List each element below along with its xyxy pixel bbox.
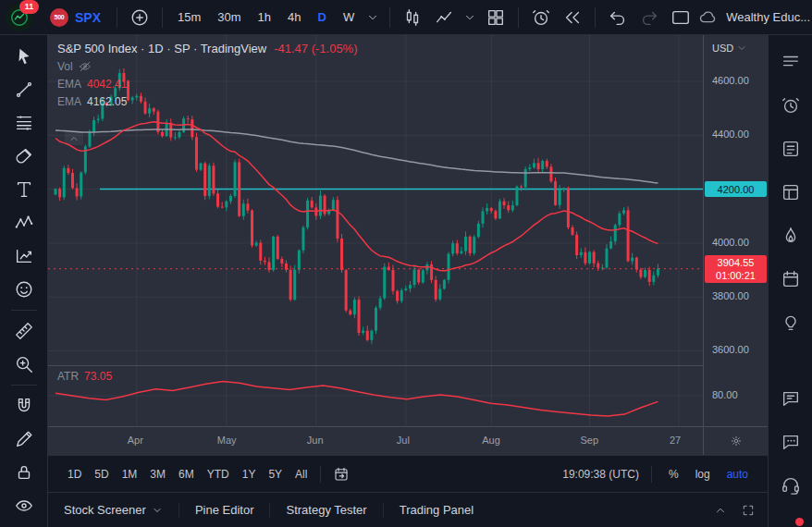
support-button[interactable]: [773, 472, 808, 499]
calendar-button[interactable]: [773, 265, 808, 293]
range-1m-button[interactable]: 1M: [116, 464, 144, 484]
fib-retracement-tool-button[interactable]: [6, 107, 42, 139]
lock-icon: [14, 462, 34, 483]
calendar-goto-icon: [333, 466, 350, 483]
public-chat-button[interactable]: [773, 385, 808, 412]
range-ytd-button[interactable]: YTD: [201, 464, 236, 484]
atr-value: 73.05: [84, 370, 112, 383]
toolbar-separator: [117, 7, 117, 28]
sp500-logo: 500: [50, 8, 68, 27]
tab-stock-screener[interactable]: Stock Screener: [48, 493, 178, 527]
home-menu-button[interactable]: 11: [6, 4, 33, 31]
timeframe-menu-button[interactable]: [364, 5, 381, 31]
range-toolbar-right: 19:09:38 (UTC) % log auto: [562, 464, 755, 484]
chat-dots-icon: [781, 432, 801, 452]
hide-drawings-button[interactable]: [6, 490, 42, 521]
data-window-icon: [781, 182, 801, 202]
ideas-button[interactable]: [773, 309, 808, 337]
zoom-in-tool-button[interactable]: [6, 349, 42, 380]
chevron-up-icon[interactable]: [714, 504, 727, 517]
trend-line-icon: [14, 80, 34, 100]
measure-tool-button[interactable]: [6, 315, 42, 347]
pane-collapse-button[interactable]: [65, 131, 83, 145]
timeframe-1w-button[interactable]: W: [337, 6, 361, 28]
currency-selector[interactable]: USD: [712, 43, 747, 54]
timeframe-4h-button[interactable]: 4h: [281, 6, 307, 28]
symbol-search-button[interactable]: 500 SPX: [43, 6, 108, 29]
percent-scale-button[interactable]: %: [662, 464, 685, 484]
last-price-badge[interactable]: 3904.55 01:00:21: [705, 255, 767, 283]
create-alert-button[interactable]: [527, 5, 555, 31]
lightbulb-icon: [781, 313, 801, 333]
rail-divider: [11, 385, 37, 386]
ema-fast-value: 4042.41: [87, 78, 127, 91]
range-6m-button[interactable]: 6M: [172, 464, 201, 484]
range-5y-button[interactable]: 5Y: [262, 464, 289, 484]
magnet-mode-button[interactable]: [6, 390, 42, 422]
trend-line-tool-button[interactable]: [6, 74, 42, 105]
news-button[interactable]: [773, 135, 808, 163]
timeframe-1h-button[interactable]: 1h: [252, 6, 277, 28]
tab-trading-panel[interactable]: Trading Panel: [384, 493, 489, 527]
cursor-tool-button[interactable]: [6, 41, 42, 72]
range-all-button[interactable]: All: [289, 464, 314, 484]
gear-icon[interactable]: [730, 435, 743, 447]
bar-replay-button[interactable]: [559, 5, 586, 31]
undo-button[interactable]: [604, 5, 632, 31]
range-3m-button[interactable]: 3M: [143, 464, 172, 484]
drawing-mode-button[interactable]: [6, 423, 42, 455]
text-tool-button[interactable]: [6, 174, 42, 205]
range-1d-button[interactable]: 1D: [61, 464, 88, 484]
alerts-button[interactable]: [773, 92, 808, 119]
smiley-icon: [14, 279, 34, 300]
cloud-icon: [698, 7, 719, 28]
auto-scale-button[interactable]: auto: [720, 464, 755, 484]
range-1y-button[interactable]: 1Y: [236, 464, 263, 484]
data-window-button[interactable]: [773, 178, 808, 206]
tab-label: Strategy Tester: [286, 503, 366, 517]
emoji-tool-button[interactable]: [6, 274, 42, 305]
chevron-down-icon: [736, 43, 747, 54]
save-layout-button[interactable]: [667, 5, 695, 31]
lock-drawings-button[interactable]: [6, 457, 42, 488]
hotlists-button[interactable]: [773, 222, 808, 250]
watchlist-button[interactable]: [773, 48, 808, 76]
go-to-date-button[interactable]: [327, 461, 355, 487]
price-tick-label: 4600.00: [712, 75, 749, 86]
compare-add-symbol-button[interactable]: [126, 5, 154, 31]
indicator-templates-button[interactable]: [461, 5, 478, 31]
redo-button[interactable]: [635, 5, 663, 31]
account-button[interactable]: Wealthy Educ...: [698, 7, 812, 28]
forecast-tool-button[interactable]: [6, 240, 42, 272]
utc-clock[interactable]: 19:09:38 (UTC): [562, 468, 641, 481]
redo-icon: [639, 7, 659, 28]
tab-label: Stock Screener: [64, 503, 146, 517]
right-sidebar: [768, 35, 812, 527]
brush-tool-button[interactable]: [6, 141, 42, 172]
timeframe-15m-button[interactable]: 15m: [171, 6, 207, 28]
multichart-layout-button[interactable]: [482, 5, 510, 31]
eye-slash-icon[interactable]: [79, 60, 92, 73]
layout-rect-icon: [671, 7, 691, 28]
chevron-down-icon: [463, 11, 476, 24]
xabcd-pattern-tool-button[interactable]: [6, 207, 42, 239]
chart-legend: S&P 500 Index · 1D · SP · TradingView -4…: [57, 42, 358, 108]
chat-bubble-icon: [781, 388, 801, 409]
price-axis[interactable]: USD 4600.00 4400.00 4000.00 3800.00 3600…: [703, 35, 768, 426]
range-5d-button[interactable]: 5D: [88, 464, 115, 484]
private-messages-button[interactable]: [773, 428, 808, 456]
timeframe-1d-button[interactable]: D: [312, 6, 333, 28]
horizontal-line-price-badge[interactable]: 4200.00: [705, 181, 767, 197]
log-scale-button[interactable]: log: [689, 464, 717, 484]
fullscreen-icon[interactable]: [742, 504, 755, 517]
bottom-panel-controls: [714, 504, 755, 517]
time-axis[interactable]: AprMayJunJulAugSep27: [48, 426, 703, 455]
timeframe-30m-button[interactable]: 30m: [211, 6, 247, 28]
chart-style-button[interactable]: [399, 5, 426, 31]
zoom-in-icon: [14, 354, 34, 374]
tab-pine-editor[interactable]: Pine Editor: [179, 493, 270, 527]
tab-strategy-tester[interactable]: Strategy Tester: [270, 493, 382, 527]
indicators-button[interactable]: [430, 5, 458, 31]
plus-icon: [129, 7, 150, 28]
rail-divider: [11, 310, 37, 311]
